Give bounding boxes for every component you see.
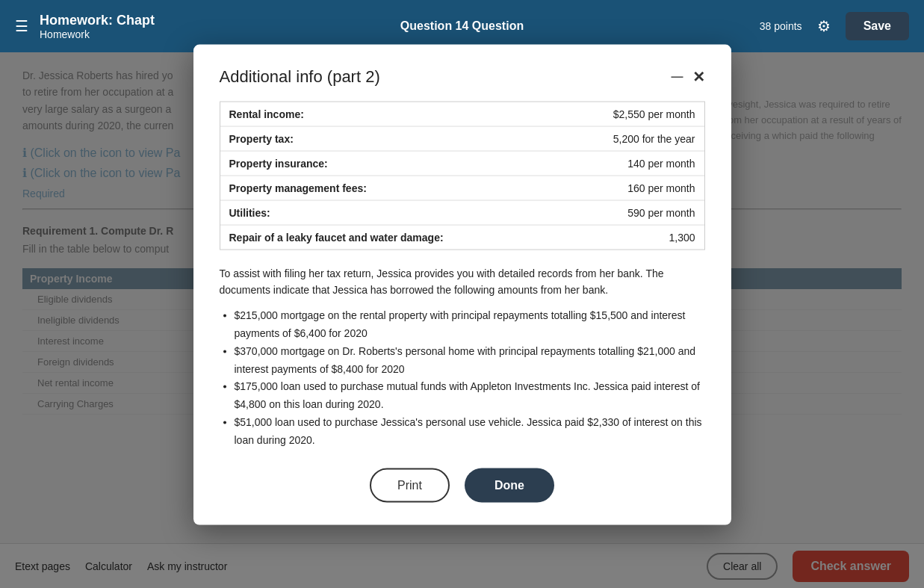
management-fees-label: Property management fees: xyxy=(229,182,546,194)
property-insurance-value: 140 per month xyxy=(546,157,695,169)
modal-controls: — ✕ xyxy=(672,67,705,85)
property-insurance-label: Property insurance: xyxy=(229,157,546,169)
list-item: $215,000 mortgage on the rental property… xyxy=(235,307,705,343)
print-button[interactable]: Print xyxy=(370,468,450,502)
bullet-list: $215,000 mortgage on the rental property… xyxy=(220,307,705,449)
info-table-row-rental: Rental income: $2,550 per month xyxy=(220,102,704,126)
gear-icon[interactable]: ⚙ xyxy=(817,17,831,35)
info-table-row-repair: Repair of a leaky faucet and water damag… xyxy=(220,225,704,249)
list-item: $175,000 loan used to purchase mutual fu… xyxy=(235,378,705,414)
list-item: $51,000 loan used to purchase Jessica's … xyxy=(235,414,705,450)
property-tax-value: 5,200 for the year xyxy=(546,132,695,144)
info-table-row-property-tax: Property tax: 5,200 for the year xyxy=(220,126,704,151)
modal-title: Additional info (part 2) xyxy=(220,66,380,86)
list-item: $370,000 mortgage on Dr. Roberts's perso… xyxy=(235,342,705,378)
repair-label: Repair of a leaky faucet and water damag… xyxy=(229,231,546,243)
points-text: 38 points xyxy=(760,20,802,32)
info-table: Rental income: $2,550 per month Property… xyxy=(220,101,705,250)
header-right: 38 points ⚙ Save xyxy=(760,12,909,40)
modal-minimize-button[interactable]: — xyxy=(672,69,683,83)
modal-description: To assist with filing her tax return, Je… xyxy=(220,264,705,298)
modal-footer: Print Done xyxy=(220,468,705,502)
menu-icon[interactable]: ☰ xyxy=(15,17,28,35)
rental-income-value: $2,550 per month xyxy=(546,108,695,120)
info-table-row-utilities: Utilities: 590 per month xyxy=(220,200,704,225)
info-table-row-management: Property management fees: 160 per month xyxy=(220,176,704,200)
utilities-value: 590 per month xyxy=(546,206,695,218)
management-fees-value: 160 per month xyxy=(546,182,695,194)
property-tax-label: Property tax: xyxy=(229,132,546,144)
header-center-text: Question 14 Question xyxy=(400,19,524,33)
rental-income-label: Rental income: xyxy=(229,108,546,120)
repair-value: 1,300 xyxy=(546,231,695,243)
save-button[interactable]: Save xyxy=(846,12,909,40)
modal-dialog: Additional info (part 2) — ✕ Rental inco… xyxy=(193,44,731,524)
done-button[interactable]: Done xyxy=(465,468,554,502)
utilities-label: Utilities: xyxy=(229,206,546,218)
info-table-row-insurance: Property insurance: 140 per month xyxy=(220,151,704,176)
modal-header: Additional info (part 2) — ✕ xyxy=(220,66,705,86)
modal-close-button[interactable]: ✕ xyxy=(692,67,705,85)
